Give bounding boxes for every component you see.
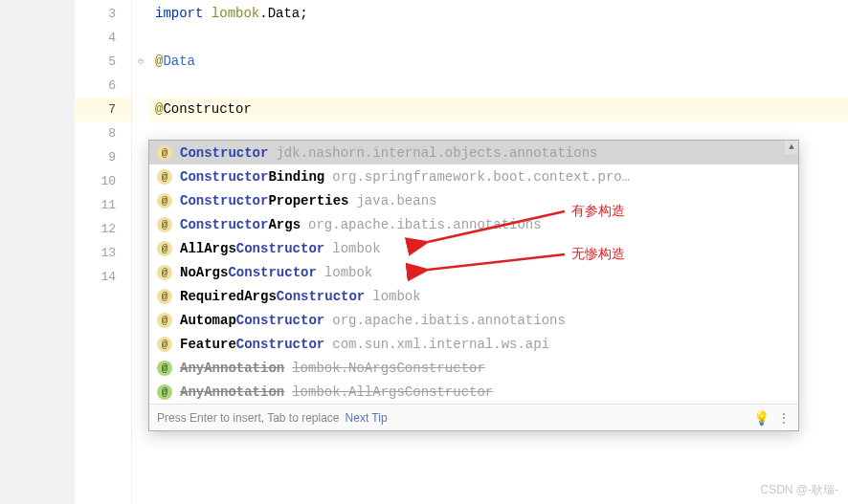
scroll-up-icon[interactable]: ▲ (785, 141, 798, 154)
left-strip (0, 0, 75, 504)
line-gutter: 34567891011121314 (75, 0, 132, 504)
gutter-line: 10 (75, 169, 131, 193)
bulb-icon[interactable]: 💡 (753, 410, 770, 426)
gutter-line: 12 (75, 217, 131, 241)
next-tip-link[interactable]: Next Tip (346, 411, 388, 425)
gutter-line: 8 (75, 121, 131, 145)
fold-column: ⊖ (132, 0, 149, 504)
suggestion-list[interactable]: @Constructorjdk.nashorn.internal.objects… (149, 141, 798, 404)
gutter-line: 14 (75, 265, 131, 289)
annotation-icon: @ (157, 384, 172, 400)
code-line-4 (149, 26, 848, 50)
gutter-line: 6 (75, 74, 131, 98)
annotation-icon: @ (157, 361, 172, 376)
code-line-6 (149, 74, 848, 98)
gutter-line: 3 (75, 2, 131, 26)
suggestion-item[interactable]: @AutomapConstructororg.apache.ibatis.ann… (149, 308, 798, 332)
gutter-line: 11 (75, 193, 131, 217)
gutter-line: 7 (75, 98, 131, 121)
code-line-3: import lombok.Data; (149, 2, 848, 26)
more-icon[interactable]: ⋮ (777, 413, 791, 423)
suggestion-item[interactable]: @AllArgsConstructorlombok (149, 236, 798, 260)
annotation-icon: @ (157, 169, 172, 185)
suggestion-item[interactable]: @AnyAnnotationlombok.NoArgsConstructor (149, 356, 798, 380)
annotation-icon: @ (157, 193, 172, 208)
completion-popup: ▲ @Constructorjdk.nashorn.internal.objec… (148, 140, 799, 431)
gutter-line: 13 (75, 241, 131, 265)
suggestion-item[interactable]: @Constructorjdk.nashorn.internal.objects… (149, 141, 798, 164)
annotation-1: 有参构造 (571, 203, 625, 220)
annotation-icon: @ (157, 217, 172, 232)
annotation-icon: @ (157, 145, 172, 161)
annotation-icon: @ (157, 337, 172, 352)
watermark: CSDN @-耿瑞- (760, 482, 838, 498)
suggestion-item[interactable]: @ConstructorBindingorg.springframework.b… (149, 164, 798, 188)
annotation-icon: @ (157, 313, 172, 328)
gutter-line: 5 (75, 50, 131, 74)
suggestion-item[interactable]: @RequiredArgsConstructorlombok (149, 284, 798, 308)
gutter-line: 9 (75, 145, 131, 169)
suggestion-item[interactable]: @AnyAnnotationlombok.AllArgsConstructor (149, 380, 798, 404)
suggestion-item[interactable]: @ConstructorPropertiesjava.beans (149, 188, 798, 212)
suggestion-item[interactable]: @FeatureConstructorcom.sun.xml.internal.… (149, 332, 798, 356)
suggestion-item[interactable]: @NoArgsConstructorlombok (149, 260, 798, 284)
suggestion-item[interactable]: @ConstructorArgsorg.apache.ibatis.annota… (149, 212, 798, 236)
annotation-icon: @ (157, 289, 172, 304)
popup-footer: Press Enter to insert, Tab to replace Ne… (149, 404, 798, 430)
gutter-line: 4 (75, 26, 131, 50)
annotation-icon: @ (157, 265, 172, 280)
code-line-5: @Data (149, 50, 848, 74)
annotation-2: 无惨构造 (571, 246, 625, 263)
footer-hint: Press Enter to insert, Tab to replace (157, 411, 340, 425)
annotation-icon: @ (157, 241, 172, 256)
code-line-7: @Constructor (149, 98, 848, 121)
